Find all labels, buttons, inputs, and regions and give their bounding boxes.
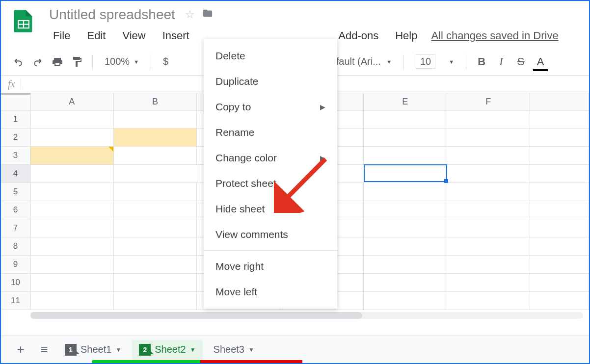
row-header-5[interactable]: 5	[1, 183, 30, 201]
cell-E4[interactable]	[364, 164, 447, 182]
cell[interactable]	[530, 292, 589, 310]
cell-A11[interactable]	[30, 292, 114, 310]
cell-E1[interactable]	[364, 110, 447, 128]
cell-E6[interactable]	[364, 201, 447, 219]
cell-B1[interactable]	[114, 110, 197, 128]
menu-addons[interactable]: Add-ons	[331, 27, 385, 44]
cell-B9[interactable]	[114, 256, 197, 273]
cell-A4[interactable]	[30, 165, 114, 182]
cell-E7[interactable]	[364, 219, 447, 237]
cell-E10[interactable]	[364, 274, 447, 291]
sheet-tab-sheet1[interactable]: 1Sheet1▼	[58, 340, 128, 360]
italic-button[interactable]: I	[494, 54, 509, 69]
cell-F8[interactable]	[447, 237, 531, 255]
sheet-tab-sheet2[interactable]: 2Sheet2▼	[132, 340, 202, 360]
cell-F3[interactable]	[447, 147, 531, 164]
cell-F2[interactable]	[447, 129, 531, 146]
sheet-tab-sheet3[interactable]: Sheet3▼	[207, 340, 261, 360]
cell-E11[interactable]	[364, 292, 447, 310]
cell-F5[interactable]	[447, 183, 531, 201]
cell-F1[interactable]	[447, 110, 531, 128]
cell-A7[interactable]	[30, 219, 114, 237]
cell-F4[interactable]	[447, 165, 530, 182]
cell[interactable]	[530, 219, 589, 237]
cell-B2[interactable]	[114, 129, 197, 146]
row-header-4[interactable]: 4	[1, 165, 30, 182]
cell-F7[interactable]	[447, 219, 531, 237]
col-header-E[interactable]: E	[364, 93, 447, 110]
cell[interactable]	[530, 201, 589, 219]
menu-move-right[interactable]: Move right	[204, 254, 337, 279]
doc-title[interactable]: Untitled spreadsheet	[46, 6, 178, 24]
tab-dropdown-icon[interactable]: ▼	[115, 346, 121, 353]
cell-F11[interactable]	[447, 292, 531, 310]
cell-F9[interactable]	[447, 256, 531, 273]
cell-B5[interactable]	[114, 183, 197, 201]
cell[interactable]	[530, 237, 589, 255]
cell-A1[interactable]	[30, 110, 114, 128]
row-header-8[interactable]: 8	[1, 237, 30, 255]
add-sheet-button[interactable]: +	[11, 340, 30, 360]
menu-duplicate[interactable]: Duplicate	[204, 69, 337, 94]
redo-button[interactable]	[30, 54, 45, 69]
cell-A3[interactable]	[30, 147, 114, 164]
menu-view-comments[interactable]: View comments	[204, 222, 337, 247]
row-header-7[interactable]: 7	[1, 219, 30, 237]
col-header-B[interactable]: B	[114, 93, 197, 110]
menu-rename[interactable]: Rename	[204, 120, 337, 145]
cell-A9[interactable]	[30, 256, 114, 273]
tab-dropdown-icon[interactable]: ▼	[190, 346, 196, 353]
cell-F6[interactable]	[447, 201, 531, 219]
cell[interactable]	[530, 110, 589, 128]
cell-A6[interactable]	[30, 201, 114, 219]
menu-file[interactable]: File	[46, 27, 77, 44]
cell-B10[interactable]	[114, 274, 197, 291]
strike-button[interactable]: S	[513, 54, 528, 69]
print-button[interactable]	[50, 54, 65, 69]
zoom-select[interactable]: 100%▼	[101, 56, 143, 67]
cell[interactable]	[530, 274, 589, 291]
col-header-F[interactable]: F	[447, 93, 531, 110]
text-color-button[interactable]: A	[533, 54, 548, 69]
folder-icon[interactable]	[202, 8, 214, 22]
cell-B7[interactable]	[114, 219, 197, 237]
cell[interactable]	[530, 183, 589, 201]
cell-E9[interactable]	[364, 256, 447, 273]
row-header-9[interactable]: 9	[1, 256, 30, 273]
row-header-10[interactable]: 10	[1, 274, 30, 291]
cell-A2[interactable]	[30, 129, 114, 146]
cell-F10[interactable]	[447, 274, 531, 291]
menu-delete[interactable]: Delete	[204, 43, 337, 69]
undo-button[interactable]	[11, 54, 26, 69]
menu-copy-to[interactable]: Copy to▶	[204, 94, 337, 120]
cell-A5[interactable]	[30, 183, 114, 201]
menu-edit[interactable]: Edit	[80, 27, 112, 44]
cell[interactable]	[530, 129, 589, 146]
menu-move-left[interactable]: Move left	[204, 279, 337, 305]
cell[interactable]	[530, 165, 589, 182]
fontsize-select[interactable]: 10 ▼	[412, 54, 458, 69]
row-header-2[interactable]: 2	[1, 129, 30, 146]
menu-change-color[interactable]: Change color▶	[204, 145, 337, 171]
cell-B8[interactable]	[114, 237, 197, 255]
cell-B11[interactable]	[114, 292, 197, 310]
cell-A8[interactable]	[30, 237, 114, 255]
cell-B4[interactable]	[114, 165, 197, 182]
cell[interactable]	[530, 256, 589, 273]
row-header-6[interactable]: 6	[1, 201, 30, 219]
row-header-1[interactable]: 1	[1, 110, 30, 128]
currency-button[interactable]: $	[159, 56, 172, 67]
all-sheets-button[interactable]: ≡	[34, 340, 54, 360]
menu-view[interactable]: View	[115, 27, 152, 44]
paint-format-button[interactable]	[70, 54, 84, 69]
bold-button[interactable]: B	[474, 54, 489, 69]
cell-E5[interactable]	[364, 183, 447, 201]
menu-protect-sheet[interactable]: Protect sheet	[204, 171, 337, 196]
save-status[interactable]: All changes saved in Drive	[431, 29, 558, 42]
cell[interactable]	[530, 147, 589, 164]
menu-hide-sheet[interactable]: Hide sheet	[204, 196, 337, 222]
cell-B3[interactable]	[114, 147, 197, 164]
star-icon[interactable]: ☆	[185, 8, 195, 21]
select-all-corner[interactable]	[1, 93, 30, 110]
cell-E3[interactable]	[364, 147, 447, 164]
